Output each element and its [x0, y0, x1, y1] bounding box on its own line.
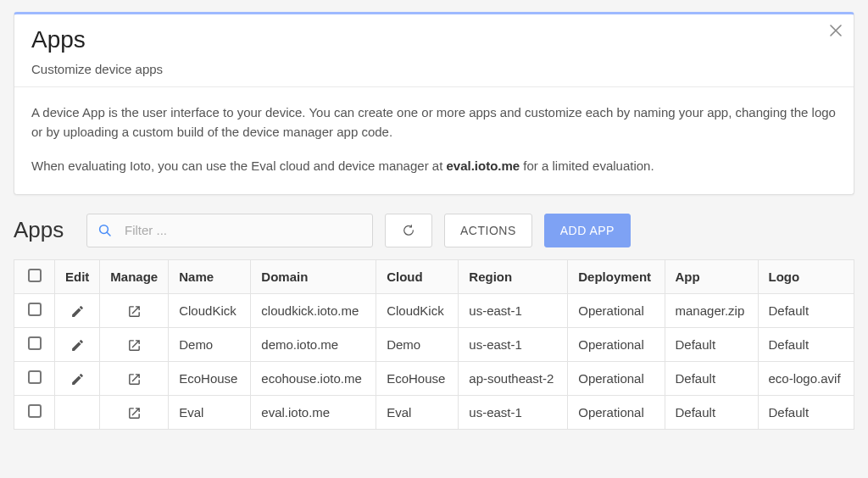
table-row: Demodemo.ioto.meDemous-east-1Operational… — [14, 327, 854, 361]
refresh-button[interactable] — [385, 214, 432, 247]
launch-icon — [127, 336, 142, 351]
table-row: Evaleval.ioto.meEvalus-east-1Operational… — [14, 395, 854, 429]
header-domain: Domain — [251, 259, 376, 293]
add-app-button[interactable]: ADD APP — [544, 214, 631, 247]
cell-cloud: Demo — [376, 327, 459, 361]
header-app: App — [665, 259, 758, 293]
cell-region: ap-southeast-2 — [459, 361, 568, 395]
edit-cell — [55, 395, 100, 429]
launch-icon — [127, 303, 142, 317]
cell-domain: eval.ioto.me — [251, 395, 376, 429]
header-edit: Edit — [55, 259, 100, 293]
apps-section: Apps ACTIONS ADD APP Edit Manage Name Do… — [14, 214, 854, 430]
header-manage: Manage — [100, 259, 169, 293]
svg-line-1 — [107, 232, 110, 236]
cell-domain: cloudkick.ioto.me — [251, 293, 376, 327]
launch-icon — [127, 404, 142, 419]
header-logo: Logo — [758, 259, 854, 293]
card-paragraph-1: A device App is the user interface to yo… — [31, 103, 837, 142]
cell-app: Default — [665, 327, 758, 361]
select-all-checkbox[interactable] — [28, 269, 42, 282]
manage-cell[interactable] — [100, 361, 169, 395]
cell-domain: demo.ioto.me — [251, 327, 376, 361]
edit-cell[interactable] — [55, 327, 100, 361]
cell-app: Default — [665, 395, 758, 429]
card-body: A device App is the user interface to yo… — [14, 87, 854, 194]
pencil-icon — [70, 303, 85, 317]
cell-deployment: Operational — [568, 293, 665, 327]
info-card: Apps Customize device apps A device App … — [14, 12, 854, 195]
pencil-icon — [70, 370, 85, 385]
table-row: EcoHouseecohouse.ioto.meEcoHouseap-south… — [14, 361, 854, 395]
cell-deployment: Operational — [568, 395, 665, 429]
section-title: Apps — [14, 217, 75, 243]
manage-cell[interactable] — [100, 327, 169, 361]
header-deployment: Deployment — [568, 259, 665, 293]
table-row: CloudKickcloudkick.ioto.meCloudKickus-ea… — [14, 293, 854, 327]
cell-deployment: Operational — [568, 361, 665, 395]
cell-logo: Default — [758, 395, 854, 429]
edit-cell[interactable] — [55, 293, 100, 327]
cell-name: EcoHouse — [169, 361, 251, 395]
row-checkbox-cell — [14, 327, 55, 361]
apps-table: Edit Manage Name Domain Cloud Region Dep… — [14, 259, 854, 430]
filter-box[interactable] — [86, 214, 373, 247]
toolbar: Apps ACTIONS ADD APP — [14, 214, 854, 247]
card-header: Apps Customize device apps — [14, 14, 854, 87]
header-checkbox-cell — [14, 259, 55, 293]
cell-name: CloudKick — [169, 293, 251, 327]
cell-app: Default — [665, 361, 758, 395]
cell-logo: Default — [758, 327, 854, 361]
table-header-row: Edit Manage Name Domain Cloud Region Dep… — [14, 259, 854, 293]
actions-button[interactable]: ACTIONS — [444, 214, 532, 247]
cell-name: Eval — [169, 395, 251, 429]
cell-region: us-east-1 — [459, 293, 568, 327]
cell-logo: eco-logo.avif — [758, 361, 854, 395]
cell-cloud: EcoHouse — [376, 361, 459, 395]
refresh-icon — [402, 224, 415, 237]
eval-domain-text: eval.ioto.me — [446, 158, 520, 173]
close-button[interactable] — [830, 23, 842, 41]
header-name: Name — [169, 259, 251, 293]
cell-region: us-east-1 — [459, 395, 568, 429]
row-checkbox-cell — [14, 361, 55, 395]
close-icon — [830, 25, 842, 36]
cell-cloud: Eval — [376, 395, 459, 429]
header-region: Region — [459, 259, 568, 293]
cell-name: Demo — [169, 327, 251, 361]
row-checkbox[interactable] — [28, 303, 42, 316]
card-title: Apps — [31, 26, 837, 53]
row-checkbox[interactable] — [28, 404, 42, 418]
cell-domain: ecohouse.ioto.me — [251, 361, 376, 395]
card-subtitle: Customize device apps — [31, 62, 837, 76]
row-checkbox[interactable] — [28, 370, 42, 384]
card-paragraph-2: When evaluating Ioto, you can use the Ev… — [31, 156, 837, 175]
row-checkbox[interactable] — [28, 336, 42, 350]
row-checkbox-cell — [14, 293, 55, 327]
launch-icon — [127, 370, 142, 385]
cell-app: manager.zip — [665, 293, 758, 327]
row-checkbox-cell — [14, 395, 55, 429]
cell-cloud: CloudKick — [376, 293, 459, 327]
search-icon — [97, 223, 113, 238]
header-cloud: Cloud — [376, 259, 459, 293]
cell-deployment: Operational — [568, 327, 665, 361]
filter-input[interactable] — [125, 223, 362, 237]
cell-region: us-east-1 — [459, 327, 568, 361]
manage-cell[interactable] — [100, 395, 169, 429]
manage-cell[interactable] — [100, 293, 169, 327]
edit-cell[interactable] — [55, 361, 100, 395]
cell-logo: Default — [758, 293, 854, 327]
pencil-icon — [70, 336, 85, 351]
